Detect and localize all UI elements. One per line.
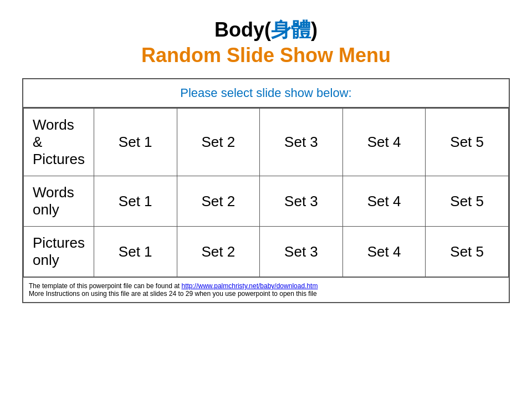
wo-set5[interactable]: Set 5 (426, 176, 509, 227)
wp-set3[interactable]: Set 3 (260, 109, 343, 176)
po-set3[interactable]: Set 3 (260, 227, 343, 277)
table-row: Pictures only Set 1 Set 2 Set 3 Set 4 Se… (24, 227, 509, 277)
po-set4[interactable]: Set 4 (342, 227, 426, 277)
page-header: Body(身體) Random Slide Show Menu (141, 17, 391, 67)
wo-set3[interactable]: Set 3 (260, 176, 343, 227)
wp-set2[interactable]: Set 2 (177, 109, 260, 176)
title-chinese: 身體 (271, 18, 311, 41)
footer-line2: More Instructions on using this file are… (29, 290, 317, 298)
wp-set5[interactable]: Set 5 (426, 109, 509, 176)
wp-set1[interactable]: Set 1 (94, 109, 177, 176)
slide-show-table: Words & Pictures Set 1 Set 2 Set 3 Set 4… (23, 108, 509, 277)
main-content-box: Please select slide show below: Words & … (22, 78, 510, 303)
wo-set4[interactable]: Set 4 (342, 176, 426, 227)
title-suffix: ) (311, 18, 318, 41)
footer: The template of this powerpoint file can… (23, 277, 509, 302)
title-line2: Random Slide Show Menu (141, 44, 391, 67)
footer-link[interactable]: http://www.palmchristy.net/baby/download… (182, 282, 318, 290)
subtitle: Please select slide show below: (23, 79, 509, 108)
footer-line1-text: The template of this powerpoint file can… (29, 282, 182, 290)
row-label-words-pictures: Words & Pictures (24, 109, 94, 176)
table-row: Words & Pictures Set 1 Set 2 Set 3 Set 4… (24, 109, 509, 176)
row-label-pictures-only: Pictures only (24, 227, 94, 277)
wo-set2[interactable]: Set 2 (177, 176, 260, 227)
po-set2[interactable]: Set 2 (177, 227, 260, 277)
wo-set1[interactable]: Set 1 (94, 176, 177, 227)
table-row: Words only Set 1 Set 2 Set 3 Set 4 Set 5 (24, 176, 509, 227)
wp-set4[interactable]: Set 4 (342, 109, 426, 176)
title-line1: Body(身體) (141, 17, 391, 44)
row-label-words-only: Words only (24, 176, 94, 227)
po-set5[interactable]: Set 5 (426, 227, 509, 277)
title-prefix: Body( (214, 18, 271, 41)
po-set1[interactable]: Set 1 (94, 227, 177, 277)
